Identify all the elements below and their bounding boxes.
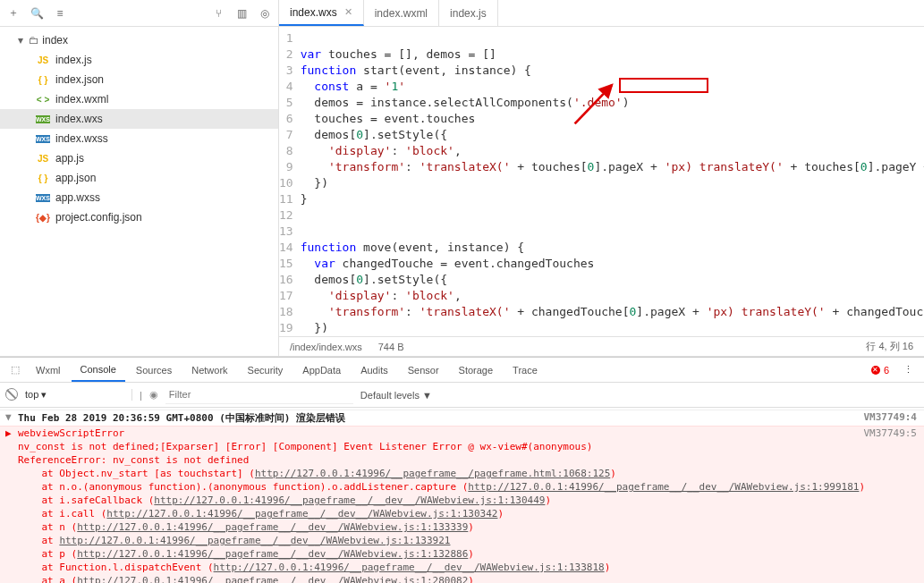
devtab-audits[interactable]: Audits [352, 359, 397, 381]
file-project.config.json[interactable]: {◆}project.config.json [0, 207, 278, 227]
file-explorer: ＋ 🔍 ≡ ⑂ ▥ ◎ ▾ 🗀 index JSindex.js{ }index… [0, 0, 279, 356]
file-label: app.json [55, 172, 96, 184]
context-select[interactable]: top ▾ [25, 389, 132, 401]
console-line: at Object.nv_start [as touchstart] (http… [0, 467, 924, 480]
line-gutter: 1 2 3 4 5 6 7 8 9 10 11 12 13 14 15 16 1… [279, 27, 301, 336]
status-size: 744 B [378, 342, 404, 352]
menu-icon[interactable]: ≡ [54, 7, 66, 20]
error-count[interactable]: ✕6 [871, 365, 896, 376]
stack-link[interactable]: http://127.0.0.1:41996/__pageframe__/__d… [59, 535, 450, 546]
status-bar: /index/index.wxs 744 B 行 4, 列 16 [279, 336, 924, 356]
console-line: at i.safeCallback (http://127.0.0.1:4199… [0, 494, 924, 507]
tab-label: index.js [450, 7, 487, 20]
code-source[interactable]: var touches = [], demos = [] function st… [301, 27, 924, 336]
chevron-down-icon: ▾ [18, 34, 29, 46]
devtab-trace[interactable]: Trace [504, 359, 547, 381]
devtab-storage[interactable]: Storage [450, 359, 503, 381]
editor-pane: index.wxs✕index.wxmlindex.js 1 2 3 4 5 6… [279, 0, 924, 356]
file-index.wxs[interactable]: WXSindex.wxs [0, 109, 278, 129]
console-line: at http://127.0.0.1:41996/__pageframe__/… [0, 534, 924, 547]
devtab-network[interactable]: Network [182, 359, 236, 381]
file-label: index.js [55, 54, 92, 66]
devtab-sensor[interactable]: Sensor [399, 359, 448, 381]
file-tree: ▾ 🗀 index JSindex.js{ }index.json< >inde… [0, 27, 278, 356]
tab-index.wxml[interactable]: index.wxml [364, 0, 439, 26]
code-editor[interactable]: 1 2 3 4 5 6 7 8 9 10 11 12 13 14 15 16 1… [279, 27, 924, 336]
stack-link[interactable]: http://127.0.0.1:41996/__pageframe__/__d… [77, 521, 468, 533]
console-line: ReferenceError: nv_const is not defined [0, 453, 924, 467]
file-label: index.json [55, 73, 104, 86]
stack-link[interactable]: http://127.0.0.1:41996/__pageframe__/__d… [154, 494, 545, 506]
console-line: at n.o.(anonymous function).(anonymous f… [0, 480, 924, 494]
console-line: at Function.l.dispatchEvent (http://127.… [0, 561, 924, 574]
file-app.wxss[interactable]: WXSSapp.wxss [0, 188, 278, 207]
editor-tabs: index.wxs✕index.wxmlindex.js [279, 0, 924, 27]
folder-index[interactable]: ▾ 🗀 index [0, 30, 278, 50]
compass-icon[interactable]: ◎ [259, 7, 271, 20]
tab-label: index.wxs [290, 6, 337, 19]
clear-icon[interactable] [5, 388, 18, 402]
devtools: ⬚ WxmlConsoleSourcesNetworkSecurityAppDa… [0, 357, 924, 583]
console-line: nv_const is not defined;[Exparser] [Erro… [0, 440, 924, 453]
devtab-appdata[interactable]: AppData [293, 359, 350, 381]
file-label: app.wxss [55, 191, 100, 204]
file-icon: JS [36, 154, 50, 164]
eye-icon[interactable]: ◉ [149, 389, 158, 401]
file-label: index.wxs [55, 113, 103, 125]
console-line: at n (http://127.0.0.1:41996/__pageframe… [0, 520, 924, 534]
console-output[interactable]: ▼Thu Feb 28 2019 20:36:59 GMT+0800 (中国标准… [0, 408, 924, 583]
file-icon: { } [36, 75, 50, 85]
explorer-toolbar: ＋ 🔍 ≡ ⑂ ▥ ◎ [0, 0, 278, 27]
folder-label: index [42, 34, 68, 46]
file-label: project.config.json [55, 211, 142, 224]
stack-link[interactable]: http://127.0.0.1:41996/__pageframe__/__d… [77, 575, 468, 583]
columns-icon[interactable]: ▥ [235, 7, 248, 20]
inspect-icon[interactable]: ⬚ [5, 364, 25, 376]
console-line: ▼Thu Feb 28 2019 20:36:59 GMT+0800 (中国标准… [0, 410, 924, 427]
branch-icon[interactable]: ⑂ [212, 7, 225, 20]
file-index.json[interactable]: { }index.json [0, 70, 278, 89]
stack-link[interactable]: http://127.0.0.1:41996/__pageframe__/__d… [214, 562, 605, 573]
file-icon: JS [36, 55, 50, 65]
devtab-sources[interactable]: Sources [127, 359, 181, 381]
file-label: app.js [55, 152, 84, 165]
folder-icon: 🗀 [29, 34, 39, 46]
close-icon[interactable]: ✕ [344, 6, 352, 18]
stack-link[interactable]: http://127.0.0.1:41996/__pageframe__/__d… [106, 508, 497, 520]
file-index.js[interactable]: JSindex.js [0, 50, 278, 70]
status-path: /index/index.wxs [290, 342, 362, 352]
status-cursor: 行 4, 列 16 [866, 340, 913, 353]
stack-link[interactable]: http://127.0.0.1:41996/__pageframe__/__d… [77, 548, 468, 560]
tab-index.js[interactable]: index.js [439, 0, 498, 26]
tab-label: index.wxml [375, 7, 428, 20]
devtools-tabs: ⬚ WxmlConsoleSourcesNetworkSecurityAppDa… [0, 358, 924, 383]
devtab-wxml[interactable]: Wxml [27, 359, 70, 381]
devtab-security[interactable]: Security [239, 359, 292, 381]
stack-link[interactable]: http://127.0.0.1:41996/__pageframe__/pag… [255, 468, 610, 479]
file-app.js[interactable]: JSapp.js [0, 148, 278, 168]
search-icon[interactable]: 🔍 [30, 7, 43, 20]
gear-icon[interactable]: ⋮ [898, 364, 919, 376]
plus-icon[interactable]: ＋ [7, 7, 20, 20]
devtab-console[interactable]: Console [72, 359, 125, 382]
filter-input[interactable] [165, 386, 353, 404]
file-label: index.wxss [55, 132, 108, 145]
file-icon: { } [36, 173, 50, 183]
file-app.json[interactable]: { }app.json [0, 168, 278, 188]
tab-index.wxs[interactable]: index.wxs✕ [279, 0, 364, 26]
log-levels[interactable]: Default levels ▼ [360, 390, 432, 401]
console-line: at a (http://127.0.0.1:41996/__pageframe… [0, 574, 924, 583]
file-label: index.wxml [55, 93, 108, 106]
console-line: ▶webviewScriptErrorVM37749:5 [0, 427, 924, 440]
file-index.wxml[interactable]: < >index.wxml [0, 89, 278, 109]
file-index.wxss[interactable]: WXSSindex.wxss [0, 129, 278, 148]
file-icon: WXSS [36, 194, 50, 202]
file-icon: < > [36, 95, 50, 105]
stack-link[interactable]: http://127.0.0.1:41996/__pageframe__/__d… [468, 481, 859, 493]
console-line: at p (http://127.0.0.1:41996/__pageframe… [0, 547, 924, 561]
file-icon: WXSS [36, 135, 50, 143]
console-line: at i.call (http://127.0.0.1:41996/__page… [0, 507, 924, 520]
file-icon: {◆} [36, 213, 50, 223]
console-filter-bar: top ▾ | ◉ Default levels ▼ [0, 383, 924, 408]
file-icon: WXS [36, 115, 50, 123]
